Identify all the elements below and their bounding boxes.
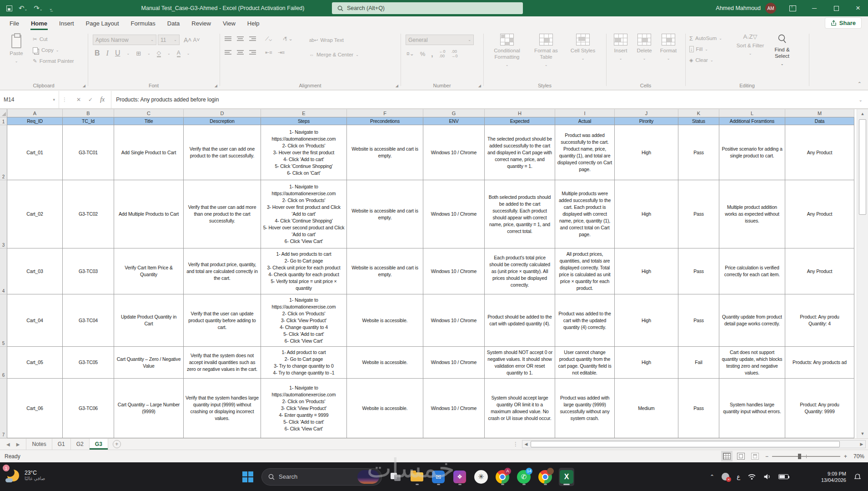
collapse-ribbon-icon[interactable]: ⌃	[858, 81, 862, 87]
sort-filter-button[interactable]: A↓Z▽ Sort & Filter⌄	[736, 30, 765, 76]
avatar[interactable]: AM	[765, 3, 776, 14]
excel-taskbar-button[interactable]: X	[559, 468, 574, 486]
vertical-scroll-thumb[interactable]	[859, 119, 866, 215]
cell-H2[interactable]: The selected product should be added suc…	[485, 125, 555, 180]
customize-qat-icon[interactable]: ⌄̲	[49, 6, 53, 11]
menu-tab-help[interactable]: Help	[241, 16, 266, 30]
column-header-H[interactable]: H	[485, 109, 555, 117]
header-cell-I1[interactable]: Actual	[555, 117, 615, 125]
cell-K6[interactable]: Fail	[678, 347, 719, 379]
cell-M2[interactable]: Any Product	[785, 125, 854, 180]
accounting-format-icon[interactable]: ¤⌄	[406, 51, 414, 57]
page-layout-view-icon[interactable]	[737, 453, 745, 460]
cell-B7[interactable]: G3-TC06	[63, 379, 114, 438]
cell-F2[interactable]: Website is accessible and cart is empty.	[347, 125, 423, 180]
format-painter-button[interactable]: ✎Format Painter	[33, 56, 74, 66]
confirm-entry-icon[interactable]: ✓	[88, 96, 93, 103]
speaker-icon[interactable]	[763, 473, 771, 480]
zoom-in-icon[interactable]: +	[844, 453, 847, 460]
increase-indent-icon[interactable]: ⇥≡	[278, 50, 285, 56]
column-header-F[interactable]: F	[347, 109, 423, 117]
photos-app-button[interactable]: ❖	[452, 468, 467, 486]
header-cell-C1[interactable]: Title	[114, 117, 184, 125]
merge-center-button[interactable]: ⇔Merge & Center ⌄	[309, 49, 359, 60]
find-select-button[interactable]: Find & Select⌄	[768, 30, 797, 76]
cell-B4[interactable]: G3-TC03	[63, 248, 114, 294]
cell-M3[interactable]: Any Product	[785, 180, 854, 248]
zoom-level[interactable]: 70%	[853, 453, 864, 460]
sheet-tab-g2[interactable]: G2	[71, 439, 90, 450]
row-header-5[interactable]: 5	[0, 294, 7, 347]
clipboard-dialog-launcher-icon[interactable]: ◢	[83, 84, 85, 88]
header-cell-G1[interactable]: ENV	[423, 117, 485, 125]
expand-formula-bar-icon[interactable]: ⌄	[853, 91, 868, 108]
percent-style-icon[interactable]: %	[420, 51, 426, 57]
number-dialog-launcher-icon[interactable]: ◢	[478, 84, 481, 88]
column-header-I[interactable]: I	[555, 109, 615, 117]
row-header-3[interactable]: 3	[0, 180, 7, 248]
menu-tab-view[interactable]: View	[217, 16, 241, 30]
prev-sheet-icon[interactable]: ◀	[6, 442, 10, 447]
column-header-M[interactable]: M	[785, 109, 854, 117]
cell-F7[interactable]: Website is accessible.	[347, 379, 423, 438]
header-cell-B1[interactable]: TC_Id	[63, 117, 114, 125]
cut-button[interactable]: ✂Cut	[33, 34, 74, 45]
cell-F4[interactable]: Website is accessible and cart is empty.	[347, 248, 423, 294]
number-format-select[interactable]: General⌄	[406, 35, 474, 45]
cell-E5[interactable]: 1- Navigate to https://automationexercis…	[261, 294, 347, 347]
font-color-icon[interactable]: A	[177, 50, 181, 57]
row-header-4[interactable]: 4	[0, 248, 7, 294]
menu-tab-formulas[interactable]: Formulas	[125, 16, 161, 30]
cell-styles-button[interactable]: Cell Styles⌄	[567, 30, 599, 76]
chatgpt-button[interactable]: ✳	[473, 468, 489, 486]
cell-H4[interactable]: Each product's total price should be cor…	[485, 248, 555, 294]
restore-button[interactable]	[826, 0, 846, 16]
cell-A5[interactable]: Cart_04	[7, 294, 63, 347]
cell-D5[interactable]: Verify that the user can update product …	[184, 294, 261, 347]
column-header-G[interactable]: G	[423, 109, 485, 117]
scroll-right-icon[interactable]: ▶	[858, 442, 865, 446]
scroll-down-icon[interactable]: ▼	[857, 429, 868, 438]
cell-I5[interactable]: Product was added to the cart with the u…	[555, 294, 615, 347]
vertical-scrollbar[interactable]: ▲ ▼	[857, 109, 868, 438]
cell-L6[interactable]: Cart does not support quantity update, w…	[719, 347, 785, 379]
cell-L2[interactable]: Positive scenario for adding a single pr…	[719, 125, 785, 180]
cell-M7[interactable]: Product: Any produ Quantity: 9999	[785, 379, 854, 438]
font-name-select[interactable]: Aptos Narrow⌄	[93, 35, 156, 45]
file-explorer-button[interactable]	[409, 468, 425, 486]
taskbar-search[interactable]: Search	[261, 468, 382, 486]
chrome-profile2-button[interactable]	[537, 468, 553, 486]
name-box[interactable]: M14 ▾	[0, 91, 59, 108]
font-dialog-launcher-icon[interactable]: ◢	[215, 84, 217, 88]
cell-K7[interactable]: Pass	[678, 379, 719, 438]
cell-A6[interactable]: Cart_05	[7, 347, 63, 379]
format-as-table-button[interactable]: Format as Table⌄	[528, 30, 564, 76]
cell-J3[interactable]: High	[615, 180, 678, 248]
paste-button[interactable]: Paste⌄	[5, 31, 28, 76]
row-header-2[interactable]: 2	[0, 125, 7, 180]
cell-G6[interactable]: Windows 10 / Chrome	[423, 347, 485, 379]
header-cell-D1[interactable]: Descreption	[184, 117, 261, 125]
column-header-K[interactable]: K	[678, 109, 719, 117]
cell-I4[interactable]: All product prices, quantities, and tota…	[555, 248, 615, 294]
header-cell-A1[interactable]: Req_ID	[7, 117, 63, 125]
align-left-icon[interactable]	[225, 49, 231, 56]
cell-K4[interactable]: Pass	[678, 248, 719, 294]
header-cell-F1[interactable]: Precondetions	[347, 117, 423, 125]
decrease-font-icon[interactable]: A˅	[193, 37, 200, 43]
sheet-tab-g1[interactable]: G1	[52, 439, 71, 450]
wifi-icon[interactable]	[748, 473, 756, 480]
minimize-button[interactable]: ─	[804, 0, 824, 16]
align-middle-icon[interactable]	[237, 35, 244, 42]
cell-F5[interactable]: Website is accessible.	[347, 294, 423, 347]
row-header-7[interactable]: 7	[0, 379, 7, 438]
column-header-E[interactable]: E	[261, 109, 347, 117]
cell-E4[interactable]: 1- Add two products to cart 2- Go to Car…	[261, 248, 347, 294]
conditional-formatting-button[interactable]: Conditional Formatting⌄	[487, 30, 527, 76]
column-header-B[interactable]: B	[63, 109, 114, 117]
format-cells-button[interactable]: Format⌄	[657, 30, 680, 76]
cell-M6[interactable]: Products: Any products ad	[785, 347, 854, 379]
select-all-corner[interactable]	[0, 109, 7, 117]
weather-widget[interactable]: 1 23°C صافي غالبًا	[5, 467, 45, 483]
column-header-L[interactable]: L	[719, 109, 785, 117]
